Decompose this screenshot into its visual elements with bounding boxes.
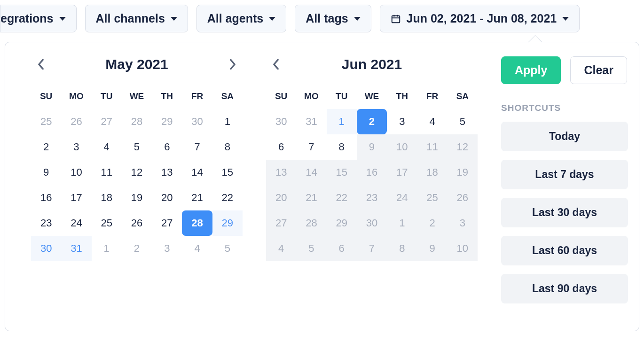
calendar-day[interactable]: 11: [92, 160, 122, 185]
calendar-day[interactable]: 2: [122, 236, 152, 261]
calendar-day[interactable]: 23: [31, 210, 61, 236]
calendar-day[interactable]: 27: [92, 109, 122, 134]
shortcut-button[interactable]: Today: [501, 122, 628, 151]
integrations-filter[interactable]: egrations: [0, 5, 77, 32]
calendar-icon: [391, 14, 401, 24]
calendar-day: 19: [448, 160, 478, 185]
calendar-day[interactable]: 18: [92, 185, 122, 210]
apply-button[interactable]: Apply: [501, 56, 561, 84]
calendar-day[interactable]: 28: [182, 210, 212, 236]
calendar-day: 22: [327, 185, 357, 210]
calendar-day: 29: [327, 210, 357, 236]
prev-month-button[interactable]: [34, 57, 48, 71]
dow-label: FR: [182, 86, 212, 109]
calendar-day[interactable]: 3: [152, 236, 182, 261]
calendar-day[interactable]: 16: [31, 185, 61, 210]
calendar-day[interactable]: 25: [31, 109, 61, 134]
calendar-day[interactable]: 6: [152, 134, 182, 160]
calendar-day[interactable]: 4: [417, 109, 447, 134]
calendar-day[interactable]: 5: [122, 134, 152, 160]
calendar-day: 21: [296, 185, 326, 210]
calendar-day[interactable]: 25: [92, 210, 122, 236]
calendar-day: 26: [448, 185, 478, 210]
calendar-day[interactable]: 12: [122, 160, 152, 185]
calendar-day[interactable]: 31: [296, 109, 326, 134]
calendar-day[interactable]: 28: [122, 109, 152, 134]
calendar-day: 28: [296, 210, 326, 236]
calendar-day[interactable]: 6: [266, 134, 296, 160]
chevron-down-icon: [171, 17, 177, 21]
calendar-day[interactable]: 9: [31, 160, 61, 185]
calendar-day[interactable]: 4: [182, 236, 212, 261]
next-month-left-button[interactable]: [226, 57, 240, 71]
calendar-day[interactable]: 30: [182, 109, 212, 134]
calendar-day: 5: [296, 236, 326, 261]
calendar-day[interactable]: 20: [152, 185, 182, 210]
calendar-left-title: May 2021: [105, 56, 168, 72]
calendar-day[interactable]: 3: [61, 134, 91, 160]
calendar-day: 14: [296, 160, 326, 185]
calendar-day[interactable]: 29: [212, 210, 243, 236]
agents-filter[interactable]: All agents: [196, 5, 286, 32]
calendar-day[interactable]: 8: [327, 134, 357, 160]
calendar-day[interactable]: 22: [212, 185, 243, 210]
tags-filter[interactable]: All tags: [295, 5, 371, 32]
prev-month-right-button[interactable]: [269, 57, 283, 71]
clear-button[interactable]: Clear: [570, 56, 627, 84]
calendar-day[interactable]: 30: [266, 109, 296, 134]
calendar-day[interactable]: 15: [212, 160, 243, 185]
dow-label: SA: [448, 86, 478, 109]
calendar-day[interactable]: 13: [152, 160, 182, 185]
calendar-day[interactable]: 1: [327, 109, 357, 134]
calendar-day: 3: [448, 210, 478, 236]
calendar-day[interactable]: 7: [182, 134, 212, 160]
calendar-day[interactable]: 1: [212, 109, 243, 134]
calendar-day[interactable]: 2: [31, 134, 61, 160]
filter-bar: egrations All channels All agents All ta…: [0, 5, 644, 42]
calendar-day[interactable]: 19: [122, 185, 152, 210]
dow-label: MO: [61, 86, 91, 109]
calendar-day[interactable]: 27: [152, 210, 182, 236]
channels-filter[interactable]: All channels: [85, 5, 188, 32]
calendar-day: 4: [266, 236, 296, 261]
calendar-day: 6: [327, 236, 357, 261]
calendar-day[interactable]: 17: [61, 185, 91, 210]
calendar-day[interactable]: 8: [212, 134, 243, 160]
calendar-day[interactable]: 21: [182, 185, 212, 210]
calendar-day: 23: [357, 185, 387, 210]
calendar-day: 16: [357, 160, 387, 185]
calendar-day[interactable]: 31: [61, 236, 91, 261]
calendar-day: 17: [387, 160, 417, 185]
calendar-day: 11: [417, 134, 447, 160]
calendar-day[interactable]: 14: [182, 160, 212, 185]
calendar-day[interactable]: 3: [387, 109, 417, 134]
calendar-day[interactable]: 24: [61, 210, 91, 236]
calendar-day[interactable]: 10: [61, 160, 91, 185]
dow-label: FR: [417, 86, 447, 109]
calendar-day: 2: [417, 210, 447, 236]
shortcut-button[interactable]: Last 7 days: [501, 160, 628, 189]
calendar-day[interactable]: 30: [31, 236, 61, 261]
calendar-day[interactable]: 2: [357, 109, 387, 134]
calendar-day[interactable]: 26: [61, 109, 91, 134]
calendar-day[interactable]: 26: [122, 210, 152, 236]
date-range-label: Jun 02, 2021 - Jun 08, 2021: [407, 12, 557, 25]
chevron-down-icon: [269, 17, 275, 21]
tags-label: All tags: [306, 12, 348, 25]
calendar-day[interactable]: 4: [92, 134, 122, 160]
calendar-day: 10: [448, 236, 478, 261]
calendar-day[interactable]: 5: [448, 109, 478, 134]
calendar-day[interactable]: 1: [92, 236, 122, 261]
shortcut-button[interactable]: Last 90 days: [501, 274, 628, 303]
date-range-filter[interactable]: Jun 02, 2021 - Jun 08, 2021: [380, 5, 580, 32]
shortcut-button[interactable]: Last 30 days: [501, 198, 628, 227]
calendar-day[interactable]: 7: [296, 134, 326, 160]
shortcut-button[interactable]: Last 60 days: [501, 236, 628, 265]
calendar-day: 24: [387, 185, 417, 210]
calendar-right-title: Jun 2021: [342, 56, 402, 72]
calendar-day[interactable]: 29: [152, 109, 182, 134]
dow-label: TU: [92, 86, 122, 109]
calendar-right: Jun 2021 SUMOTUWETHFRSA 3031123456789101…: [266, 56, 478, 312]
calendar-day: 9: [417, 236, 447, 261]
calendar-day[interactable]: 5: [212, 236, 243, 261]
